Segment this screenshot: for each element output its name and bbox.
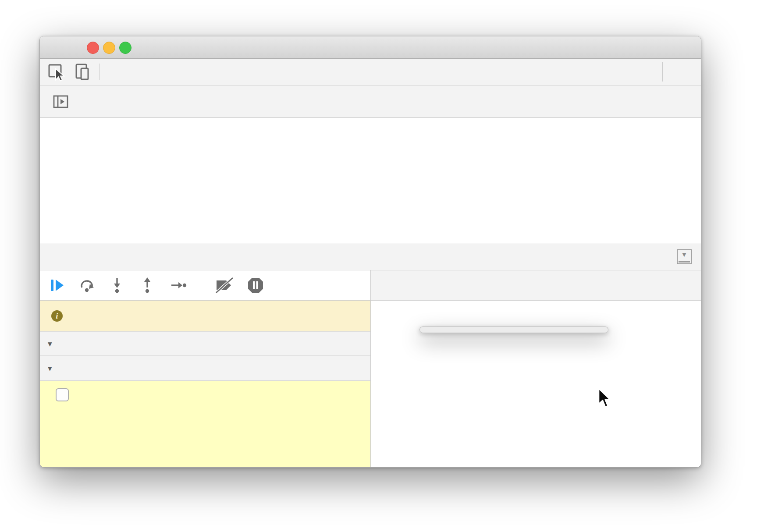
expand-panel-icon[interactable]: ▼ xyxy=(677,249,692,264)
debugger-sidebar: i ▾ ▾ xyxy=(40,270,371,467)
show-navigator-icon[interactable] xyxy=(52,93,70,110)
scope-tab-bar xyxy=(371,270,701,301)
breakpoint-checkbox[interactable] xyxy=(56,388,69,401)
chevron-down-icon: ▾ xyxy=(48,339,52,349)
file-tab-active-underline xyxy=(76,116,103,118)
step-over-button[interactable] xyxy=(79,277,96,294)
call-stack-header[interactable]: ▾ xyxy=(40,332,370,356)
breakpoints-header[interactable]: ▾ xyxy=(40,356,370,380)
window-title xyxy=(40,36,622,58)
inspect-element-icon[interactable] xyxy=(47,62,66,82)
debugger-toolbar-divider xyxy=(201,277,201,294)
step-out-button[interactable] xyxy=(139,277,157,294)
deactivate-breakpoints-button[interactable] xyxy=(215,277,234,294)
device-toolbar-icon[interactable] xyxy=(73,62,92,82)
info-icon: i xyxy=(51,310,63,322)
mouse-cursor-icon xyxy=(597,387,612,409)
chevron-down-icon: ▾ xyxy=(48,363,52,373)
paused-banner: i xyxy=(40,301,370,332)
code-editor[interactable] xyxy=(40,118,701,244)
scope-tree[interactable] xyxy=(371,301,701,467)
pause-on-exceptions-button[interactable] xyxy=(247,277,264,294)
main-toolbar xyxy=(40,59,701,85)
resume-script-button[interactable] xyxy=(49,277,66,294)
step-button[interactable] xyxy=(170,277,187,294)
file-tab-get-started[interactable] xyxy=(76,85,103,117)
step-into-button[interactable] xyxy=(109,277,127,294)
toolbar-divider xyxy=(99,64,100,80)
breakpoint-entry[interactable] xyxy=(40,380,370,467)
title-bar[interactable] xyxy=(40,36,701,59)
editor-status-bar: ▼ xyxy=(40,244,701,270)
file-tab-bar xyxy=(40,85,701,118)
debugger-toolbar xyxy=(40,270,370,301)
toolbar-right-divider xyxy=(662,62,663,82)
context-menu xyxy=(419,326,608,333)
scope-sidebar xyxy=(371,270,701,467)
